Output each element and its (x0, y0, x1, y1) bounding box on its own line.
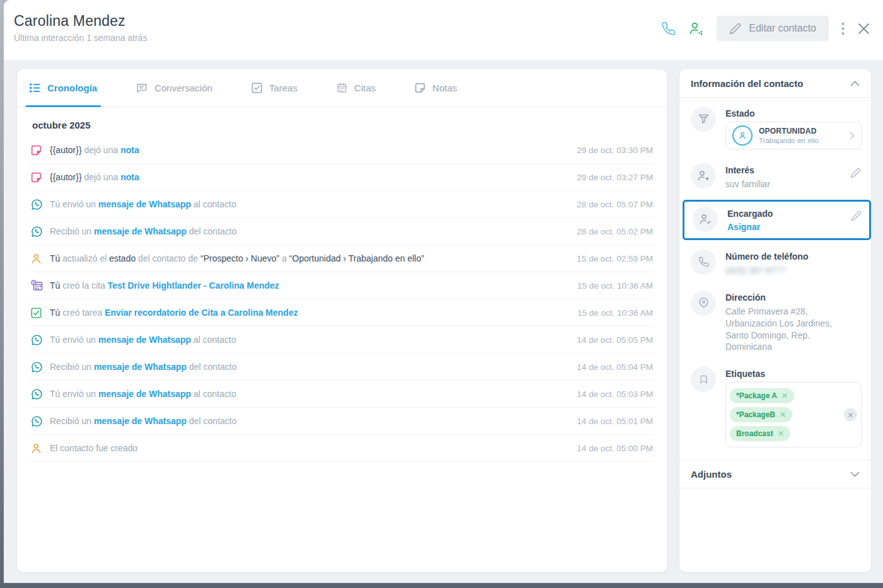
person-check-icon (693, 207, 718, 232)
pencil-icon[interactable] (851, 210, 862, 224)
tag-label: Broadcast (736, 429, 773, 438)
phone-icon[interactable] (661, 21, 676, 36)
tab-notas[interactable]: Notas (411, 69, 461, 107)
event-timestamp: 15 de oct. 02:59 PM (568, 254, 653, 263)
event-text: Tú creó la cita Test Drive Hightlander -… (50, 280, 279, 291)
chevron-up-icon[interactable] (850, 81, 860, 86)
tag-remove-icon[interactable]: ✕ (780, 410, 786, 419)
event-timestamp: 15 de oct. 10:36 AM (568, 281, 653, 291)
note-icon (415, 83, 425, 93)
timeline-event-row[interactable]: El contacto fue creado14 de oct. 05:00 P… (30, 435, 654, 462)
direccion-label: Dirección (725, 292, 862, 303)
kebab-menu-icon[interactable] (841, 22, 845, 35)
note-icon (31, 172, 50, 183)
timeline-event-row[interactable]: Tú creó tarea Enviar recordatorio de Cit… (30, 299, 654, 326)
tag-pill[interactable]: *Package A✕ (730, 388, 794, 403)
pencil-icon[interactable] (850, 168, 861, 181)
event-link[interactable]: mensaje de Whatsapp (94, 362, 187, 372)
event-text-part: Tú envió un (50, 389, 98, 399)
event-link[interactable]: mensaje de Whatsapp (94, 226, 187, 236)
adjuntos-label: Adjuntos (691, 469, 732, 480)
tab-label: Conversación (154, 83, 212, 93)
contact-detail-modal: Carolina Mendez Última interacción 1 sem… (4, 0, 883, 583)
adjuntos-header[interactable]: Adjuntos (679, 459, 871, 488)
tab-label: Notas (432, 83, 457, 93)
direccion-value: Calle Primavera #28, Urbanización Los Ja… (725, 306, 849, 354)
event-text-part: del contacto de (136, 253, 200, 263)
event-timestamp: 28 de oct. 05:02 PM (568, 227, 653, 236)
edit-contact-button[interactable]: Editar contacto (717, 16, 829, 41)
event-text: Tú envió un mensaje de Whatsapp al conta… (50, 199, 236, 209)
event-text-part: El contacto fue creado (50, 443, 137, 453)
timeline-event-row[interactable]: Tú envió un mensaje de Whatsapp al conta… (30, 191, 654, 218)
assign-link[interactable]: Asignar (727, 222, 863, 232)
tag-label: *PackageB (736, 410, 775, 419)
event-text: Tú actualizó el estado del contacto de “… (50, 253, 424, 263)
timeline-event-row[interactable]: {{autor}} dejó una nota29 de oct. 03:27 … (30, 164, 654, 191)
timeline-list-icon (30, 83, 40, 93)
event-link[interactable]: mensaje de Whatsapp (98, 199, 191, 209)
event-link[interactable]: Test Drive Hightlander - Carolina Mendez (108, 280, 279, 291)
tag-remove-icon[interactable]: ✕ (782, 391, 788, 400)
event-text-part: dejó una (82, 145, 121, 155)
timeline-event-row[interactable]: Tú envió un mensaje de Whatsapp al conta… (30, 326, 654, 354)
interes-label: Interés (725, 165, 862, 175)
event-link[interactable]: mensaje de Whatsapp (94, 416, 187, 426)
event-link[interactable]: mensaje de Whatsapp (98, 389, 191, 399)
timeline-event-row[interactable]: Tú creó la cita Test Drive Hightlander -… (30, 272, 654, 299)
tab-conversación[interactable]: Conversación (132, 69, 216, 107)
encargado-section: Encargado Asignar (684, 202, 869, 238)
estado-stage-selector[interactable]: OPORTUNIDAD Trabajando en ello (725, 122, 862, 149)
event-text-part: del contacto (187, 362, 236, 372)
timeline-event-row[interactable]: {{autor}} dejó una nota29 de oct. 03:30 … (30, 137, 654, 164)
tab-cronología[interactable]: Cronología (26, 69, 101, 107)
last-interaction-subtitle: Última interacción 1 semana atrás (14, 33, 147, 43)
tag-pill[interactable]: Broadcast✕ (730, 426, 790, 441)
estado-label: Estado (725, 108, 862, 118)
tab-citas[interactable]: Citas (333, 69, 379, 107)
event-text-part: al contacto (191, 335, 236, 345)
header-actions: Editar contacto (661, 15, 870, 42)
whatsapp-icon (31, 334, 50, 346)
person-add-icon[interactable] (688, 21, 704, 35)
task-icon (251, 83, 262, 93)
event-text-part: del contacto (187, 226, 236, 236)
event-link[interactable]: Enviar recordatorio de Cita a Carolina M… (105, 308, 298, 318)
event-text: Recibió un mensaje de Whatsapp del conta… (50, 416, 236, 426)
tab-label: Citas (354, 83, 376, 93)
tags-box: *Package A✕*PackageB✕Broadcast✕ ✕ (725, 382, 862, 447)
close-icon[interactable] (857, 22, 870, 35)
timeline-event-row[interactable]: Tú envió un mensaje de Whatsapp al conta… (30, 381, 654, 408)
interes-section: Interés suv familiar (679, 156, 871, 197)
event-text: Tú envió un mensaje de Whatsapp al conta… (50, 389, 236, 399)
event-timestamp: 28 de oct. 05:07 PM (568, 200, 653, 209)
timeline-event-row[interactable]: Tú actualizó el estado del contacto de “… (30, 245, 654, 272)
bookmark-icon (691, 367, 716, 392)
page-title: Carolina Mendez (14, 13, 125, 30)
whatsapp-icon (31, 226, 50, 238)
chat-icon (136, 83, 147, 93)
contact-info-header[interactable]: Información del contacto (679, 69, 871, 98)
whatsapp-icon (31, 199, 50, 210)
event-link[interactable]: nota (120, 145, 139, 155)
estado-section: Estado OPORTUNIDAD Trabajando en ello (679, 98, 871, 156)
event-link[interactable]: nota (120, 172, 139, 182)
edit-contact-label: Editar contacto (749, 23, 816, 34)
chevron-down-icon[interactable] (850, 471, 860, 477)
tag-pill[interactable]: *PackageB✕ (730, 407, 792, 422)
tab-tareas[interactable]: Tareas (248, 69, 301, 107)
event-link[interactable]: mensaje de Whatsapp (98, 335, 191, 345)
event-text: {{autor}} dejó una nota (50, 172, 139, 182)
event-text-part: Tú (50, 280, 60, 291)
event-text-part: dejó una (82, 172, 121, 182)
timeline-event-row[interactable]: Recibió un mensaje de Whatsapp del conta… (30, 354, 654, 381)
person-icon (31, 443, 50, 454)
event-text-part: Recibió un (50, 226, 94, 236)
tags-clear-icon[interactable]: ✕ (844, 408, 857, 422)
event-timestamp: 29 de oct. 03:30 PM (568, 146, 653, 155)
timeline-event-row[interactable]: Recibió un mensaje de Whatsapp del conta… (30, 218, 654, 245)
tab-label: Tareas (269, 83, 297, 93)
timeline-event-row[interactable]: Recibió un mensaje de Whatsapp del conta… (30, 408, 654, 435)
tab-label: Cronología (47, 83, 97, 93)
tag-remove-icon[interactable]: ✕ (778, 429, 784, 438)
